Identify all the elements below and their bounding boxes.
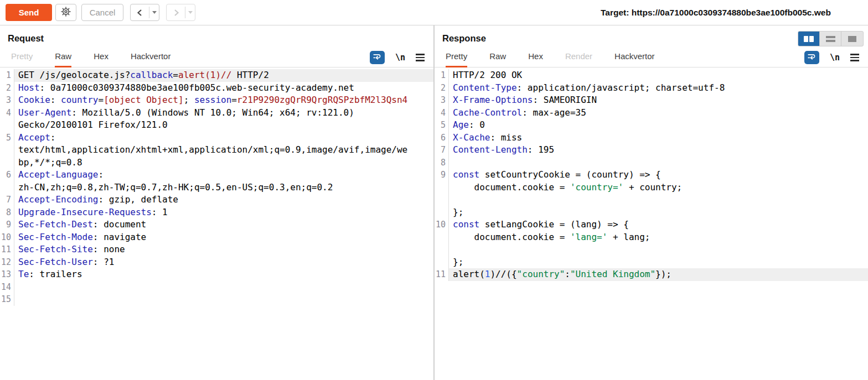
- line-number: 10: [435, 218, 449, 231]
- line-number: 8: [0, 206, 14, 219]
- caret-down-icon: [188, 11, 193, 14]
- code-line[interactable]: 15: [0, 293, 433, 306]
- code-line[interactable]: 8Upgrade-Insecure-Requests: 1: [0, 206, 433, 219]
- menu-icon[interactable]: [850, 53, 859, 62]
- line-number: [435, 231, 449, 244]
- line-number: 6: [435, 132, 449, 144]
- code-line[interactable]: text/html,application/xhtml+xml,applicat…: [0, 144, 433, 157]
- tab-hex[interactable]: Hex: [528, 51, 543, 67]
- layout-single-button[interactable]: [841, 32, 863, 46]
- response-title: Response: [442, 33, 486, 44]
- code-line: 9const setCountryCookie = (country) => {: [435, 169, 868, 181]
- code-line: [435, 194, 868, 206]
- line-number: 3: [0, 94, 14, 107]
- code-line: 11alert(1)//({"country":"United Kingdom"…: [435, 268, 868, 281]
- code-line[interactable]: 6Accept-Language:: [0, 169, 433, 181]
- code-line[interactable]: 7Accept-Encoding: gzip, deflate: [0, 194, 433, 206]
- rows-layout-icon: [826, 36, 835, 42]
- line-number: [435, 206, 449, 219]
- code-line[interactable]: 13Te: trailers: [0, 268, 433, 281]
- line-number: 11: [0, 243, 14, 256]
- repeater-main: Request PrettyRawHexHackvertor: [0, 25, 868, 380]
- code-line: };: [435, 206, 868, 219]
- show-newlines-toggle[interactable]: \n: [395, 53, 405, 63]
- word-wrap-icon: [807, 51, 817, 64]
- code-line[interactable]: 2Host: 0a71000c0309374880be3ae100fb005c.…: [0, 82, 433, 95]
- response-viewer: 1HTTP/2 200 OK2Content-Type: application…: [435, 67, 868, 380]
- code-line[interactable]: 5Accept:: [0, 132, 433, 144]
- word-wrap-toggle[interactable]: [370, 51, 385, 64]
- request-panel-header: Request: [0, 25, 433, 50]
- line-number: 5: [435, 119, 449, 132]
- gear-icon: [60, 6, 71, 19]
- line-number: 4: [435, 107, 449, 119]
- history-back-button[interactable]: [130, 4, 159, 21]
- request-tab-icons: \n: [370, 51, 425, 67]
- code-line[interactable]: 9Sec-Fetch-Dest: document: [0, 218, 433, 231]
- code-line: 6X-Cache: miss: [435, 132, 868, 144]
- send-button[interactable]: Send: [6, 4, 52, 21]
- line-number: 12: [0, 256, 14, 269]
- code-line: 1HTTP/2 200 OK: [435, 69, 868, 82]
- line-number: [0, 157, 14, 169]
- response-tabbar: PrettyRawHexRenderHackvertor \n: [435, 50, 868, 67]
- line-number: [0, 144, 14, 157]
- tab-hackvertor[interactable]: Hackvertor: [131, 51, 171, 67]
- line-number: [435, 256, 449, 269]
- menu-icon[interactable]: [416, 53, 425, 62]
- code-line[interactable]: 10Sec-Fetch-Mode: navigate: [0, 231, 433, 244]
- code-line: 8: [435, 157, 868, 169]
- code-line[interactable]: zh-CN,zh;q=0.8,zh-TW;q=0.7,zh-HK;q=0.5,e…: [0, 181, 433, 194]
- line-number: 1: [0, 69, 14, 82]
- code-line[interactable]: 4User-Agent: Mozilla/5.0 (Windows NT 10.…: [0, 107, 433, 119]
- history-back-dropdown[interactable]: [149, 4, 159, 20]
- request-tabbar: PrettyRawHexHackvertor \n: [0, 50, 433, 67]
- code-line[interactable]: bp,*/*;q=0.8: [0, 157, 433, 169]
- cancel-button[interactable]: Cancel: [81, 4, 123, 21]
- code-line: 4Cache-Control: max-age=35: [435, 107, 868, 119]
- code-line[interactable]: 14: [0, 281, 433, 294]
- word-wrap-toggle[interactable]: [804, 51, 819, 64]
- code-line: 5Age: 0: [435, 119, 868, 132]
- layout-switcher: [798, 31, 864, 46]
- line-number: [435, 181, 449, 194]
- code-line[interactable]: 12Sec-Fetch-User: ?1: [0, 256, 433, 269]
- history-forward-button[interactable]: [166, 4, 195, 21]
- line-number: 2: [0, 82, 14, 95]
- tab-hackvertor[interactable]: Hackvertor: [614, 51, 655, 67]
- line-number: 9: [435, 169, 449, 181]
- line-number: 14: [0, 281, 14, 294]
- line-number: 9: [0, 218, 14, 231]
- line-number: 6: [0, 169, 14, 181]
- line-number: 7: [0, 194, 14, 206]
- layout-rows-button[interactable]: [820, 32, 841, 46]
- code-line: 10const setLangCookie = (lang) => {: [435, 218, 868, 231]
- code-line[interactable]: 3Cookie: country=[object Object]; sessio…: [0, 94, 433, 107]
- chevron-right-icon[interactable]: [167, 4, 185, 20]
- word-wrap-icon: [372, 51, 382, 64]
- show-newlines-toggle[interactable]: \n: [830, 53, 840, 63]
- code-line: };: [435, 256, 868, 269]
- tab-hex[interactable]: Hex: [94, 51, 108, 67]
- request-editor[interactable]: 1GET /js/geolocate.js?callback=alert(1)/…: [0, 67, 433, 380]
- request-title: Request: [8, 33, 44, 44]
- line-number: 11: [435, 268, 449, 281]
- code-line[interactable]: 1GET /js/geolocate.js?callback=alert(1)/…: [0, 69, 433, 82]
- tab-render: Render: [565, 51, 592, 67]
- code-line[interactable]: 11Sec-Fetch-Site: none: [0, 243, 433, 256]
- line-number: 15: [0, 293, 14, 306]
- tab-pretty[interactable]: Pretty: [446, 51, 467, 67]
- line-number: 7: [435, 144, 449, 157]
- line-number: 4: [0, 107, 14, 119]
- code-line: document.cookie = 'country=' + country;: [435, 181, 868, 194]
- history-forward-dropdown[interactable]: [185, 4, 195, 20]
- tab-pretty: Pretty: [11, 51, 33, 67]
- send-settings-button[interactable]: [55, 4, 76, 21]
- tab-raw[interactable]: Raw: [55, 51, 71, 67]
- single-layout-icon: [848, 36, 856, 42]
- chevron-left-icon[interactable]: [131, 4, 149, 20]
- code-line[interactable]: Gecko/20100101 Firefox/121.0: [0, 119, 433, 132]
- tab-raw[interactable]: Raw: [489, 51, 506, 67]
- layout-columns-button[interactable]: [798, 32, 820, 46]
- line-number: 13: [0, 268, 14, 281]
